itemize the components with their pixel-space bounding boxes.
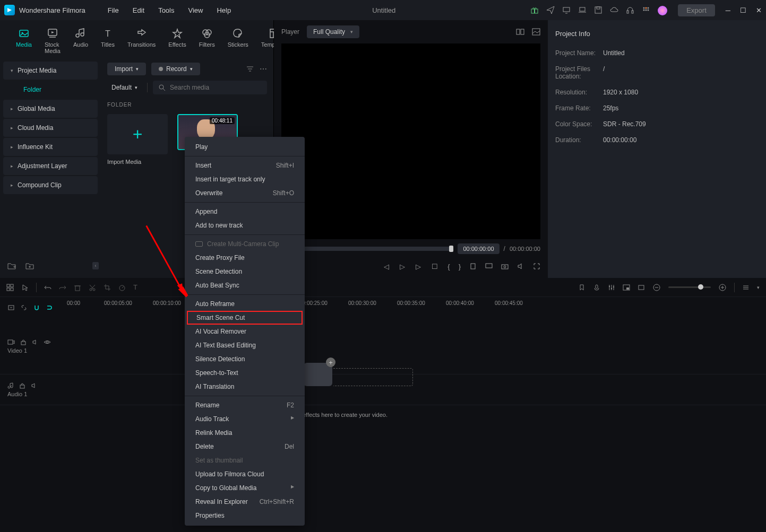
context-menu-item[interactable]: Add to new track xyxy=(185,219,305,232)
drop-plus-icon[interactable]: + xyxy=(326,357,335,367)
context-menu-item[interactable]: Play xyxy=(185,140,305,154)
context-menu-item[interactable]: Auto Beat Sync xyxy=(185,278,305,292)
headphones-icon[interactable] xyxy=(626,6,634,14)
track-visible-icon[interactable] xyxy=(44,339,51,345)
context-menu-item[interactable]: AI Text Based Editing xyxy=(185,338,305,352)
context-menu-item[interactable]: Auto Reframe xyxy=(185,297,305,311)
filter-icon[interactable] xyxy=(246,65,254,73)
cloud-icon[interactable] xyxy=(610,6,618,14)
tab-titles[interactable]: TTitles xyxy=(94,24,121,58)
import-media-tile[interactable]: + Import Media xyxy=(107,114,168,165)
tab-stickers[interactable]: Stickers xyxy=(221,24,255,58)
track-lock-icon[interactable] xyxy=(19,382,25,389)
tab-stock-media[interactable]: Stock Media xyxy=(38,24,67,58)
delete-icon[interactable] xyxy=(74,284,81,291)
monitor-icon[interactable] xyxy=(562,6,571,14)
compare-icon[interactable] xyxy=(516,28,524,36)
range-bar[interactable] xyxy=(281,247,453,251)
magnet2-icon[interactable] xyxy=(46,304,53,311)
apps-icon[interactable] xyxy=(642,6,650,14)
context-menu-item[interactable]: OverwriteShift+O xyxy=(185,186,305,200)
menu-help[interactable]: Help xyxy=(210,4,237,16)
grid-icon[interactable] xyxy=(6,284,14,291)
audio-mix-icon[interactable] xyxy=(608,284,615,291)
collapse-sidebar-icon[interactable]: ‹ xyxy=(92,262,99,269)
picture-icon[interactable] xyxy=(532,28,540,36)
record-button[interactable]: Record▾ xyxy=(151,63,200,75)
context-menu-item[interactable]: Append xyxy=(185,205,305,219)
context-menu-item[interactable]: Speech-to-Text xyxy=(185,366,305,380)
maximize-icon[interactable]: ☐ xyxy=(740,6,746,14)
context-menu-item[interactable]: Insert in target track only xyxy=(185,172,305,186)
crop-icon[interactable] xyxy=(104,284,111,291)
pip-icon[interactable] xyxy=(623,284,630,291)
import-button[interactable]: Import▾ xyxy=(107,63,146,75)
context-menu-item[interactable]: Upload to Filmora Cloud xyxy=(185,467,305,481)
laptop-icon[interactable] xyxy=(578,6,587,14)
zoom-out-icon[interactable] xyxy=(652,283,661,292)
timeline-ruler[interactable]: 00:00 00:00:05:00 00:00:10:00 00:00:25:0… xyxy=(64,297,766,318)
snapshot-icon[interactable] xyxy=(501,263,509,271)
gift-icon[interactable] xyxy=(530,6,539,14)
context-menu-item[interactable]: AI Vocal Remover xyxy=(185,325,305,338)
context-menu-item[interactable]: Create Proxy File xyxy=(185,251,305,265)
track-add-icon[interactable] xyxy=(7,304,15,311)
prev-frame-icon[interactable]: ◁ xyxy=(384,263,389,271)
list-view-icon[interactable] xyxy=(742,284,750,291)
folder-out-icon[interactable] xyxy=(7,262,16,269)
audio-track-body[interactable] xyxy=(64,374,766,405)
quality-dropdown[interactable]: Full Quality▾ xyxy=(307,25,359,38)
sidebar-project-media[interactable]: ▾Project Media xyxy=(3,62,98,80)
mark-out-icon[interactable]: } xyxy=(459,263,461,271)
track-mute-icon[interactable] xyxy=(31,382,37,389)
settings-dd-icon[interactable]: ▾ xyxy=(757,285,760,290)
minimize-icon[interactable]: ─ xyxy=(726,6,730,14)
link-icon[interactable] xyxy=(20,304,28,311)
text-icon[interactable]: T xyxy=(133,283,137,291)
sidebar-influence-kit[interactable]: ▸Influence Kit xyxy=(3,138,98,156)
preview-area[interactable] xyxy=(281,43,540,239)
more-icon[interactable]: ⋯ xyxy=(260,65,267,73)
menu-view[interactable]: View xyxy=(182,4,209,16)
sidebar-global-media[interactable]: ▸Global Media xyxy=(3,100,98,118)
folder-add-icon[interactable] xyxy=(25,262,34,269)
search-input[interactable] xyxy=(170,84,262,91)
aspect-icon[interactable] xyxy=(638,284,645,291)
menu-edit[interactable]: Edit xyxy=(126,4,151,16)
redo-icon[interactable] xyxy=(59,284,66,291)
sidebar-adjustment-layer[interactable]: ▸Adjustment Layer xyxy=(3,157,98,175)
context-menu-item[interactable]: Reveal In ExplorerCtrl+Shift+R xyxy=(185,495,305,509)
menu-file[interactable]: File xyxy=(101,4,125,16)
tab-effects[interactable]: Effects xyxy=(162,24,192,58)
zoom-slider[interactable] xyxy=(668,286,711,288)
marker-add-icon[interactable] xyxy=(578,284,586,291)
tab-media[interactable]: Media xyxy=(10,24,38,58)
save-icon[interactable] xyxy=(594,6,603,14)
fullscreen-icon[interactable] xyxy=(533,263,540,271)
tab-audio[interactable]: Audio xyxy=(67,24,94,58)
sort-dropdown[interactable]: Default▾ xyxy=(107,82,142,93)
stop-icon[interactable]: ☐ xyxy=(432,263,438,271)
magnet-icon[interactable] xyxy=(33,304,40,311)
context-menu-item[interactable]: Silence Detection xyxy=(185,352,305,366)
context-menu-item[interactable]: InsertShift+I xyxy=(185,159,305,172)
context-menu-item[interactable]: Audio Track xyxy=(185,412,305,426)
play-icon[interactable]: ▷ xyxy=(400,263,405,271)
profile-icon[interactable] xyxy=(658,6,666,14)
context-menu-item[interactable]: RenameF2 xyxy=(185,398,305,412)
context-menu-item[interactable]: AI Translation xyxy=(185,380,305,394)
cut-icon[interactable] xyxy=(89,284,96,291)
cursor-icon[interactable] xyxy=(21,284,29,291)
sidebar-cloud-media[interactable]: ▸Cloud Media xyxy=(3,119,98,137)
context-menu-item[interactable]: Scene Detection xyxy=(185,265,305,278)
display-icon[interactable] xyxy=(485,263,493,271)
video-track-body[interactable]: + effects here to create your video. xyxy=(64,318,766,374)
marker-icon[interactable] xyxy=(469,263,477,271)
next-frame-icon[interactable]: ▷ xyxy=(416,263,421,271)
sidebar-compound-clip[interactable]: ▸Compound Clip xyxy=(3,176,98,194)
context-menu-item[interactable]: Relink Media xyxy=(185,426,305,440)
send-icon[interactable] xyxy=(546,6,555,14)
tab-transitions[interactable]: Transitions xyxy=(121,24,162,58)
mic-icon[interactable] xyxy=(593,284,600,291)
undo-icon[interactable] xyxy=(44,284,51,291)
